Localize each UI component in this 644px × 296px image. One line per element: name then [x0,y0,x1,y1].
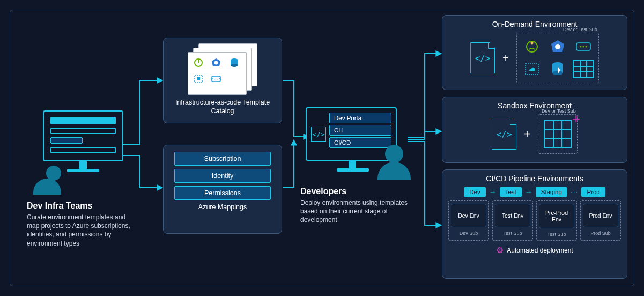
gear-icon: ⚙ [496,245,504,255]
ellipsis-icon: ··· [571,188,579,196]
preprod-env-card: Pre-Prod Env Test Sub [536,200,577,241]
svg-point-3 [214,61,218,65]
env-sub: Prod Sub [583,231,618,236]
developers-actor: </> Dev Portal CLI CI/CD Developers Depl… [300,107,424,225]
developers-title: Developers [300,187,424,196]
dev-infra-teams-actor: Dev Infra Teams Curate environment templ… [27,110,139,248]
cicd-row: CI/CD [329,137,391,148]
svg-text:<··>: <··> [211,77,221,82]
svg-rect-8 [197,77,200,80]
code-brackets-icon: <··> [209,72,223,86]
prod-env-card: Prod Env Prod Sub [580,200,621,241]
cli-row: CLI [329,125,391,136]
sandbox-environment-panel: Sandbox Environment </> + Dev or Test Su… [442,97,627,163]
dev-env-card: Dev Env Dev Sub [448,200,489,241]
stage-test: Test [500,187,522,197]
env-label: Prod Env [583,204,618,227]
add-resource-icon: + [572,110,580,127]
env-sub: Dev Sub [451,231,486,236]
cicd-environments-panel: CI/CD Pipeline Environments Dev → Test →… [442,169,627,279]
azure-mappings-panel: Subscription Identity Permissions Azure … [163,145,282,234]
dev-infra-description: Curate environment templates and map pro… [27,213,134,248]
sandbox-sub-caption: Dev or Test Sub [542,108,576,114]
env-label: Test Env [495,204,530,227]
plus-icon: + [524,128,530,140]
grid-service-icon [544,120,572,148]
dev-portal-row: Dev Portal [329,113,391,123]
test-env-card: Test Env Test Sub [492,200,533,241]
template-file-icon: </> [470,42,495,73]
stage-staging: Staging [536,187,567,197]
sandbox-resources-box: Dev or Test Sub + [538,114,578,154]
more-services-icon [572,36,595,57]
on-demand-sub-caption: Dev or Test Sub [563,27,597,32]
mapping-subscription: Subscription [174,152,271,166]
env-sub: Test Sub [495,231,530,236]
template-file-icon: </> [492,119,516,150]
code-icon: </> [311,127,326,142]
iac-caption: Infrastructure-as-code Template Catalog [169,99,276,115]
svg-point-17 [582,46,584,48]
pipeline-stages: Dev → Test → Staging ··· Prod [448,187,621,197]
automated-deployment-label: ⚙ Automated deployment [448,245,621,255]
plus-icon: + [502,52,509,64]
kubernetes-icon [209,56,223,70]
mapping-identity: Identity [174,169,271,183]
svg-point-6 [231,64,238,67]
developer-monitor-icon: </> Dev Portal CLI CI/CD [306,107,397,161]
kubernetes-icon [546,36,569,57]
env-label: Pre-Prod Env [539,204,574,228]
template-stack-icon: <··> [188,43,257,94]
stage-prod: Prod [581,187,605,197]
arrow-right-icon: → [525,188,532,196]
cicd-title: CI/CD Pipeline Environments [448,174,621,183]
dev-infra-title: Dev Infra Teams [27,201,139,211]
developers-description: Deploy environments using templates base… [300,198,413,225]
svg-point-12 [530,42,533,45]
iac-template-catalog-panel: <··> Infrastructure-as-code Template Cat… [163,38,282,123]
on-demand-resources-box: Dev or Test Sub [516,33,599,83]
env-label: Dev Env [451,204,486,227]
automated-text: Automated deployment [507,247,573,254]
stage-dev: Dev [464,187,485,197]
sandbox-title: Sandbox Environment [449,101,620,110]
arrow-right-icon: → [489,188,497,196]
cloud-app-icon [520,59,544,79]
azure-mappings-caption: Azure Mappings [174,203,271,211]
database-icon [546,59,569,79]
svg-point-14 [555,44,560,49]
dev-infra-monitor-icon [43,110,123,161]
on-demand-environment-panel: On-Demand Environment </> + Dev or Test … [442,15,627,90]
svg-point-18 [585,46,587,48]
database-icon [227,56,241,70]
env-sub: Test Sub [539,232,574,237]
grid-service-icon [572,59,595,79]
resource-group-icon [191,72,205,86]
user-icon [385,145,403,163]
power-icon [191,56,205,70]
svg-point-16 [580,46,581,48]
mapping-permissions: Permissions [174,186,271,200]
devops-icon [520,36,544,57]
